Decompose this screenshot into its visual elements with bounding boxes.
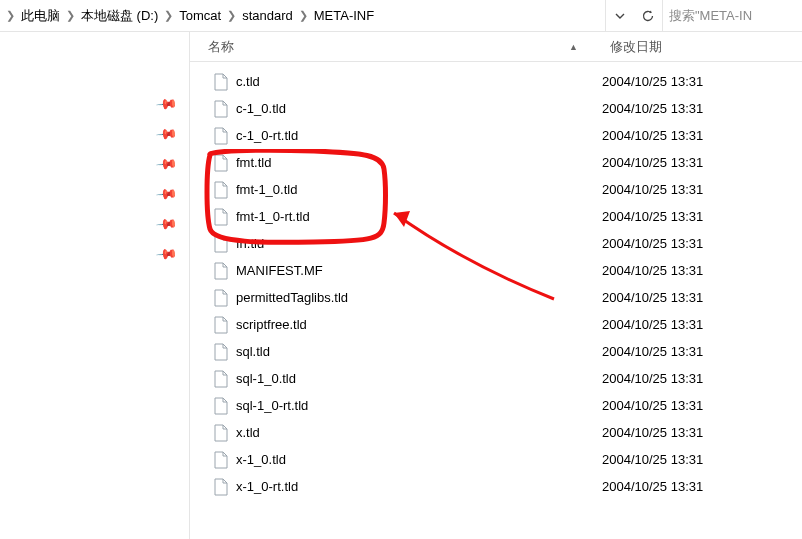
file-name-cell: fmt-1_0.tld <box>190 181 600 199</box>
search-placeholder: 搜索"META-IN <box>669 7 752 25</box>
table-row[interactable]: MANIFEST.MF2004/10/25 13:31 <box>190 257 802 284</box>
pin-icon: 📌 <box>155 92 178 115</box>
table-row[interactable]: c-1_0-rt.tld2004/10/25 13:31 <box>190 122 802 149</box>
breadcrumb-item[interactable]: META-INF <box>310 0 378 32</box>
table-row[interactable]: scriptfree.tld2004/10/25 13:31 <box>190 311 802 338</box>
file-name: sql-1_0-rt.tld <box>236 398 308 413</box>
table-row[interactable]: fmt-1_0-rt.tld2004/10/25 13:31 <box>190 203 802 230</box>
file-name: x-1_0.tld <box>236 452 286 467</box>
file-icon <box>214 343 228 361</box>
chevron-right-icon: ❯ <box>225 9 238 22</box>
file-icon <box>214 370 228 388</box>
file-date-cell: 2004/10/25 13:31 <box>600 101 802 116</box>
file-name-cell: c.tld <box>190 73 600 91</box>
file-icon <box>214 208 228 226</box>
file-name-cell: x-1_0-rt.tld <box>190 478 600 496</box>
table-row[interactable]: c-1_0.tld2004/10/25 13:31 <box>190 95 802 122</box>
main-pane: 📌 📌 📌 📌 📌 📌 名称 ▲ 修改日期 c.tld2004/10/25 13… <box>0 32 802 539</box>
file-icon <box>214 478 228 496</box>
chevron-right-icon: ❯ <box>162 9 175 22</box>
file-date-cell: 2004/10/25 13:31 <box>600 182 802 197</box>
table-row[interactable]: c.tld2004/10/25 13:31 <box>190 68 802 95</box>
address-bar: ❯ 此电脑 ❯ 本地磁盘 (D:) ❯ Tomcat ❯ standard ❯ … <box>0 0 802 32</box>
file-name: permittedTaglibs.tld <box>236 290 348 305</box>
file-name-cell: MANIFEST.MF <box>190 262 600 280</box>
column-header-date[interactable]: 修改日期 <box>600 32 802 61</box>
file-icon <box>214 181 228 199</box>
table-row[interactable]: fn.tld2004/10/25 13:31 <box>190 230 802 257</box>
table-row[interactable]: x.tld2004/10/25 13:31 <box>190 419 802 446</box>
column-headers: 名称 ▲ 修改日期 <box>190 32 802 62</box>
file-rows: c.tld2004/10/25 13:31c-1_0.tld2004/10/25… <box>190 62 802 500</box>
file-name: fmt-1_0-rt.tld <box>236 209 310 224</box>
file-icon <box>214 262 228 280</box>
file-name: c-1_0.tld <box>236 101 286 116</box>
file-name: sql-1_0.tld <box>236 371 296 386</box>
table-row[interactable]: fmt-1_0.tld2004/10/25 13:31 <box>190 176 802 203</box>
column-header-name-label: 名称 <box>208 38 234 56</box>
breadcrumb-item[interactable]: 本地磁盘 (D:) <box>77 0 162 32</box>
breadcrumb-item[interactable]: Tomcat <box>175 0 225 32</box>
breadcrumb-item[interactable]: standard <box>238 0 297 32</box>
file-date-cell: 2004/10/25 13:31 <box>600 74 802 89</box>
file-icon <box>214 154 228 172</box>
pin-icon: 📌 <box>155 182 178 205</box>
breadcrumb-item[interactable]: 此电脑 <box>17 0 64 32</box>
file-name-cell: scriptfree.tld <box>190 316 600 334</box>
table-row[interactable]: x-1_0.tld2004/10/25 13:31 <box>190 446 802 473</box>
refresh-icon <box>641 9 655 23</box>
file-name: c.tld <box>236 74 260 89</box>
file-name: scriptfree.tld <box>236 317 307 332</box>
file-icon <box>214 235 228 253</box>
file-name: c-1_0-rt.tld <box>236 128 298 143</box>
chevron-right-icon: ❯ <box>4 9 17 22</box>
pin-icon: 📌 <box>155 152 178 175</box>
sort-asc-icon: ▲ <box>569 42 578 52</box>
pin-icon: 📌 <box>155 212 178 235</box>
file-name-cell: sql.tld <box>190 343 600 361</box>
table-row[interactable]: sql-1_0.tld2004/10/25 13:31 <box>190 365 802 392</box>
history-dropdown-button[interactable] <box>606 0 634 32</box>
file-name: x.tld <box>236 425 260 440</box>
file-icon <box>214 424 228 442</box>
nav-tree-pane[interactable]: 📌 📌 📌 📌 📌 📌 <box>0 32 190 539</box>
file-date-cell: 2004/10/25 13:31 <box>600 263 802 278</box>
file-icon <box>214 316 228 334</box>
table-row[interactable]: x-1_0-rt.tld2004/10/25 13:31 <box>190 473 802 500</box>
table-row[interactable]: sql.tld2004/10/25 13:31 <box>190 338 802 365</box>
file-name-cell: sql-1_0-rt.tld <box>190 397 600 415</box>
column-header-name[interactable]: 名称 ▲ <box>190 32 600 61</box>
file-name-cell: sql-1_0.tld <box>190 370 600 388</box>
breadcrumb[interactable]: ❯ 此电脑 ❯ 本地磁盘 (D:) ❯ Tomcat ❯ standard ❯ … <box>0 0 605 31</box>
file-list-pane: 名称 ▲ 修改日期 c.tld2004/10/25 13:31c-1_0.tld… <box>190 32 802 539</box>
file-name-cell: fmt.tld <box>190 154 600 172</box>
file-name-cell: x-1_0.tld <box>190 451 600 469</box>
file-date-cell: 2004/10/25 13:31 <box>600 155 802 170</box>
search-input[interactable]: 搜索"META-IN <box>662 0 802 31</box>
file-date-cell: 2004/10/25 13:31 <box>600 236 802 251</box>
refresh-button[interactable] <box>634 0 662 32</box>
file-date-cell: 2004/10/25 13:31 <box>600 128 802 143</box>
file-date-cell: 2004/10/25 13:31 <box>600 452 802 467</box>
file-name-cell: c-1_0-rt.tld <box>190 127 600 145</box>
file-icon <box>214 289 228 307</box>
table-row[interactable]: sql-1_0-rt.tld2004/10/25 13:31 <box>190 392 802 419</box>
file-name: sql.tld <box>236 344 270 359</box>
file-icon <box>214 100 228 118</box>
address-controls <box>605 0 662 31</box>
table-row[interactable]: fmt.tld2004/10/25 13:31 <box>190 149 802 176</box>
file-name: x-1_0-rt.tld <box>236 479 298 494</box>
pin-icon: 📌 <box>155 122 178 145</box>
table-row[interactable]: permittedTaglibs.tld2004/10/25 13:31 <box>190 284 802 311</box>
file-icon <box>214 451 228 469</box>
file-name: fn.tld <box>236 236 264 251</box>
file-icon <box>214 397 228 415</box>
chevron-down-icon <box>615 11 625 21</box>
file-icon <box>214 127 228 145</box>
file-date-cell: 2004/10/25 13:31 <box>600 344 802 359</box>
file-name: fmt.tld <box>236 155 271 170</box>
file-date-cell: 2004/10/25 13:31 <box>600 317 802 332</box>
file-name-cell: x.tld <box>190 424 600 442</box>
file-name: MANIFEST.MF <box>236 263 323 278</box>
chevron-right-icon: ❯ <box>297 9 310 22</box>
